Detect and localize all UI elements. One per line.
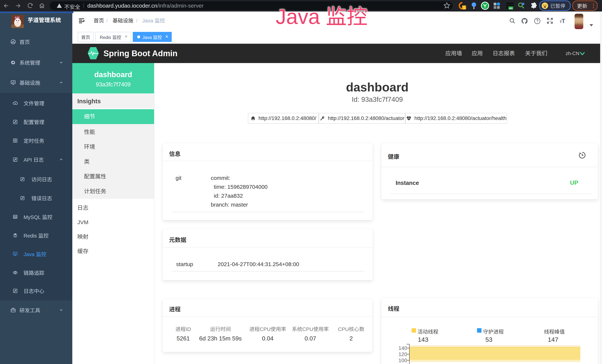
svg-text:1: 1 [463, 6, 465, 10]
svg-text:100: 100 [398, 357, 407, 363]
svg-text:120: 120 [398, 351, 407, 357]
svg-text:T: T [562, 18, 565, 24]
svg-text:140: 140 [398, 345, 407, 351]
svg-text:on: on [509, 7, 512, 10]
